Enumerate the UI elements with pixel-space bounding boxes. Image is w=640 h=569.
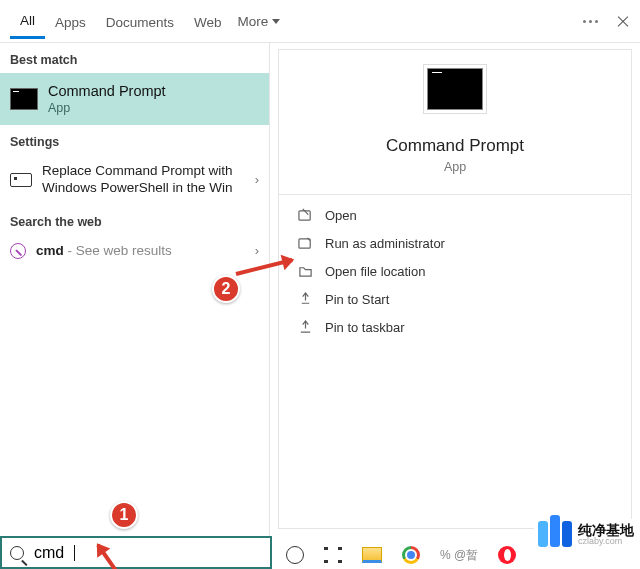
detail-subtitle: App — [279, 160, 631, 174]
watermark-title: 纯净基地 — [578, 523, 634, 537]
search-filter-tabs: All Apps Documents Web More — [0, 0, 640, 43]
pin-icon — [297, 291, 313, 307]
action-label: Run as administrator — [325, 236, 445, 251]
section-search-web: Search the web — [0, 205, 269, 235]
opera-icon[interactable] — [498, 546, 516, 564]
action-pin-to-start[interactable]: Pin to Start — [279, 285, 631, 313]
search-icon — [10, 546, 24, 560]
terminal-icon — [10, 173, 32, 187]
file-explorer-icon[interactable] — [362, 547, 382, 563]
annotation-badge-2: 2 — [212, 275, 240, 303]
section-settings: Settings — [0, 125, 269, 155]
tab-all[interactable]: All — [10, 3, 45, 39]
open-icon — [297, 207, 313, 223]
chevron-right-icon: › — [255, 243, 259, 258]
section-best-match: Best match — [0, 43, 269, 73]
command-prompt-icon — [10, 88, 38, 110]
baidu-ime-icon[interactable]: % @暂 — [440, 547, 478, 564]
action-open-file-location[interactable]: Open file location — [279, 257, 631, 285]
search-value: cmd — [34, 544, 64, 562]
web-dash: - — [64, 243, 76, 258]
cortana-icon[interactable] — [286, 546, 304, 564]
chevron-right-icon: › — [255, 172, 259, 187]
action-label: Pin to taskbar — [325, 320, 405, 335]
action-label: Open file location — [325, 264, 425, 279]
annotation-badge-1: 1 — [110, 501, 138, 529]
settings-result-item[interactable]: Replace Command Prompt with Windows Powe… — [0, 155, 269, 205]
web-tail: See web results — [76, 243, 172, 258]
search-results-area: Best match Command Prompt App Settings R… — [0, 43, 640, 536]
web-result-item[interactable]: cmd - See web results › — [0, 235, 269, 267]
search-icon — [10, 243, 26, 259]
best-match-title: Command Prompt — [48, 83, 166, 99]
web-term: cmd — [36, 243, 64, 258]
folder-icon — [297, 263, 313, 279]
detail-pane: Command Prompt App Open Run as administr… — [270, 43, 640, 536]
tab-documents[interactable]: Documents — [96, 5, 184, 38]
settings-item-text: Replace Command Prompt with Windows Powe… — [42, 163, 245, 197]
more-options-icon[interactable] — [583, 20, 598, 23]
action-pin-to-taskbar[interactable]: Pin to taskbar — [279, 313, 631, 341]
best-match-item[interactable]: Command Prompt App — [0, 73, 269, 125]
action-label: Pin to Start — [325, 292, 389, 307]
pin-icon — [297, 319, 313, 335]
command-prompt-icon — [427, 68, 483, 110]
action-run-as-administrator[interactable]: Run as administrator — [279, 229, 631, 257]
tab-apps[interactable]: Apps — [45, 5, 96, 38]
divider — [279, 194, 631, 195]
watermark: 纯净基地 czlaby.com — [534, 519, 638, 549]
action-open[interactable]: Open — [279, 201, 631, 229]
close-icon[interactable] — [616, 15, 630, 29]
start-menu-search-bar[interactable]: cmd — [0, 536, 272, 569]
watermark-logo-icon — [538, 521, 572, 547]
chrome-icon[interactable] — [402, 546, 420, 564]
detail-title: Command Prompt — [279, 136, 631, 156]
shield-icon — [297, 235, 313, 251]
tab-more-dropdown[interactable]: More — [232, 4, 287, 39]
action-label: Open — [325, 208, 357, 223]
chevron-down-icon — [272, 19, 280, 24]
task-view-icon[interactable] — [324, 547, 342, 563]
tab-web[interactable]: Web — [184, 5, 232, 38]
svg-rect-1 — [298, 238, 309, 247]
best-match-subtitle: App — [48, 101, 166, 115]
text-caret — [74, 545, 75, 561]
watermark-url: czlaby.com — [578, 537, 634, 546]
tab-more-label: More — [238, 14, 269, 29]
svg-rect-0 — [298, 210, 309, 219]
